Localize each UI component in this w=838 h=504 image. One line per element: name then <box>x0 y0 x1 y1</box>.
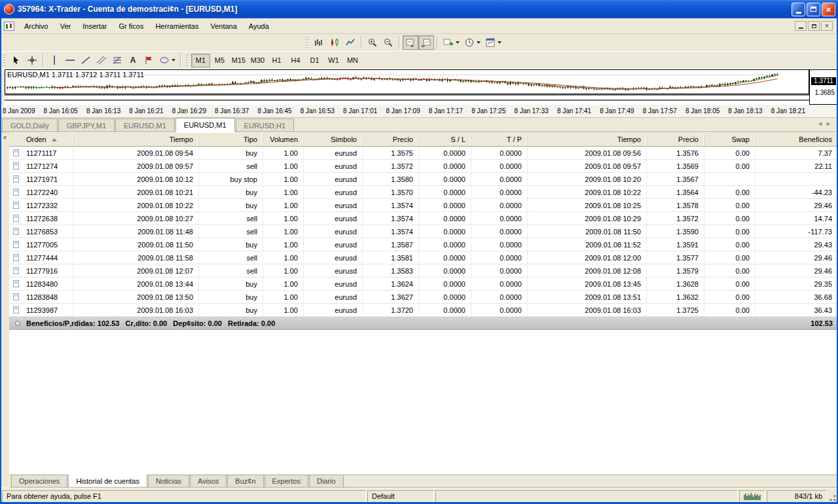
fibonacci-button[interactable] <box>109 53 125 67</box>
candlestick-chart-button[interactable] <box>327 35 342 50</box>
column-header-tp[interactable]: T / P <box>471 133 528 146</box>
column-header-orden[interactable]: Orden <box>9 133 73 146</box>
column-header-swap[interactable]: Swap <box>704 133 756 146</box>
terminal-tab[interactable]: Noticias <box>148 475 189 488</box>
timeframe-button[interactable]: D1 <box>305 54 324 67</box>
table-row[interactable]: 11277916 2009.01.08 12:07 sell 1.00 euru… <box>9 264 838 278</box>
tabs-scroll-left-icon[interactable]: ◄ <box>817 120 826 127</box>
terminal-tab[interactable]: Diario <box>309 475 344 488</box>
cell-precio-apertura: 1.3583 <box>363 264 419 277</box>
menu-item[interactable]: Ventana <box>204 20 242 32</box>
minimize-button[interactable] <box>792 3 805 16</box>
mdi-minimize-button[interactable] <box>795 21 807 31</box>
cell-precio-apertura: 1.3575 <box>363 147 419 159</box>
column-header-precio-apertura[interactable]: Precio <box>363 133 419 146</box>
trendline-button[interactable] <box>78 53 94 67</box>
table-row[interactable]: 11293987 2009.01.08 16:03 buy 1.00 eurus… <box>9 304 838 317</box>
crosshair-button[interactable] <box>24 53 40 67</box>
horizontal-line-button[interactable] <box>62 53 78 67</box>
table-row[interactable]: 11271117 2009.01.08 09:54 buy 1.00 eurus… <box>9 147 838 160</box>
text-button[interactable]: A <box>125 53 141 67</box>
indicator-subwindow[interactable] <box>5 94 809 99</box>
column-header-tiempo-apertura[interactable]: Tiempo <box>73 133 199 146</box>
mdi-close-button[interactable]: × <box>821 21 833 31</box>
menu-item[interactable]: Herramientas <box>149 20 204 32</box>
time-axis-label: 8 Jan 16:53 <box>301 107 335 115</box>
cursor-button[interactable] <box>9 53 24 67</box>
status-profile[interactable]: Default <box>367 490 434 503</box>
menu-item[interactable]: Insertar <box>77 20 113 32</box>
timeframe-button[interactable]: W1 <box>324 54 343 67</box>
toolbar-grip[interactable] <box>305 36 308 49</box>
menu-item[interactable]: Archivo <box>18 20 54 32</box>
table-row[interactable]: 11271274 2009.01.08 09:57 sell 1.00 euru… <box>9 160 838 173</box>
timeframe-button[interactable]: H1 <box>267 54 286 67</box>
column-header-sl[interactable]: S / L <box>419 133 471 146</box>
terminal-close-button[interactable]: × <box>1 134 9 141</box>
line-chart-button[interactable] <box>342 35 358 50</box>
column-header-precio-cierre[interactable]: Precio <box>647 133 704 146</box>
table-row[interactable]: 11283848 2009.01.08 13:50 buy 1.00 eurus… <box>9 291 838 304</box>
timeframe-button[interactable]: M30 <box>248 54 267 67</box>
column-header-simbolo[interactable]: Simbolo <box>304 133 363 146</box>
chart-area[interactable]: EURUSD,M1 1.3711 1.3712 1.3711 1.3711 1.… <box>0 69 838 105</box>
terminal-tab[interactable]: Buz¢n <box>227 475 263 488</box>
templates-button[interactable] <box>483 35 503 50</box>
chart-tab[interactable]: EURUSD,H1 <box>236 118 295 132</box>
menu-item[interactable]: Ayuda <box>243 20 275 32</box>
terminal-tab[interactable]: Operaciones <box>11 475 67 488</box>
table-row[interactable]: 11272638 2009.01.08 10:27 sell 1.00 euru… <box>9 212 838 225</box>
toolbar-grip[interactable] <box>185 54 189 67</box>
table-row[interactable]: 11277005 2009.01.08 11:50 buy 1.00 eurus… <box>9 238 838 251</box>
close-button[interactable]: × <box>822 3 835 16</box>
menu-item[interactable]: Gr ficos <box>113 20 150 32</box>
periods-button[interactable] <box>462 35 483 50</box>
column-header-volumen[interactable]: Volumen <box>263 133 304 146</box>
timeframe-button[interactable]: H4 <box>286 54 305 67</box>
chart-plot[interactable]: EURUSD,M1 1.3711 1.3712 1.3711 1.3711 <box>5 69 809 94</box>
timeframe-button[interactable]: M5 <box>210 54 229 67</box>
shapes-button[interactable] <box>156 53 177 67</box>
menu-item[interactable]: Ver <box>54 20 77 32</box>
resize-grip[interactable] <box>828 490 837 503</box>
timeframe-button[interactable]: M1 <box>191 54 210 67</box>
timeframe-button[interactable]: M15 <box>229 54 248 67</box>
chart-main[interactable]: EURUSD,M1 1.3711 1.3712 1.3711 1.3711 <box>5 69 809 105</box>
terminal-tab[interactable]: Avisos <box>190 475 227 488</box>
chart-shift-button[interactable] <box>418 35 434 50</box>
table-row[interactable]: 11277444 2009.01.08 11:58 sell 1.00 euru… <box>9 251 838 264</box>
column-header-tipo[interactable]: Tipo <box>199 133 263 146</box>
maximize-button[interactable] <box>807 3 820 16</box>
chart-tab[interactable]: GBPJPY,M1 <box>58 118 115 132</box>
chart-tab[interactable]: GOLD,Daily <box>2 118 58 132</box>
toolbar-grip[interactable] <box>3 54 6 67</box>
table-row[interactable]: 11271971 2009.01.08 10:12 buy stop 1.00 … <box>9 173 838 186</box>
column-header-tiempo-cierre[interactable]: Tiempo <box>528 133 647 146</box>
tabs-scroll-right-icon[interactable]: ► <box>826 120 834 127</box>
zoom-in-button[interactable] <box>365 35 380 50</box>
table-row[interactable]: 11272332 2009.01.08 10:22 buy 1.00 eurus… <box>9 199 838 212</box>
indicators-button[interactable] <box>441 35 462 50</box>
cell-tp: 0.0000 <box>471 278 528 290</box>
chart-tab[interactable]: EURUSD,M1 <box>115 118 175 132</box>
table-row[interactable]: 11276853 2009.01.08 11:48 sell 1.00 euru… <box>9 225 838 238</box>
arrows-tool-button[interactable] <box>141 53 156 67</box>
indicator-subwindow[interactable] <box>5 99 809 105</box>
chart-document-icon[interactable] <box>4 22 14 31</box>
price-scale[interactable]: 1.3711 1.3685 <box>809 69 838 105</box>
mdi-restore-button[interactable] <box>808 21 820 31</box>
terminal-tab[interactable]: Expertos <box>264 475 308 488</box>
app-logo-icon <box>4 4 14 14</box>
table-row[interactable]: 11272240 2009.01.08 10:21 buy 1.00 eurus… <box>9 186 838 199</box>
bar-chart-button[interactable] <box>311 35 327 50</box>
terminal-tab[interactable]: Historial de cuentas <box>68 475 147 488</box>
vertical-line-button[interactable] <box>46 53 62 67</box>
channel-button[interactable] <box>94 53 109 67</box>
column-header-beneficios[interactable]: Beneficios <box>756 133 838 146</box>
table-row[interactable]: 11283480 2009.01.08 13:44 buy 1.00 eurus… <box>9 278 838 291</box>
timeframe-button[interactable]: MN <box>343 54 362 67</box>
zoom-out-button[interactable] <box>380 35 396 50</box>
cell-simbolo: eurusd <box>304 291 363 303</box>
auto-scroll-button[interactable] <box>403 35 418 50</box>
chart-tab[interactable]: EURUSD,M1 <box>175 118 235 132</box>
